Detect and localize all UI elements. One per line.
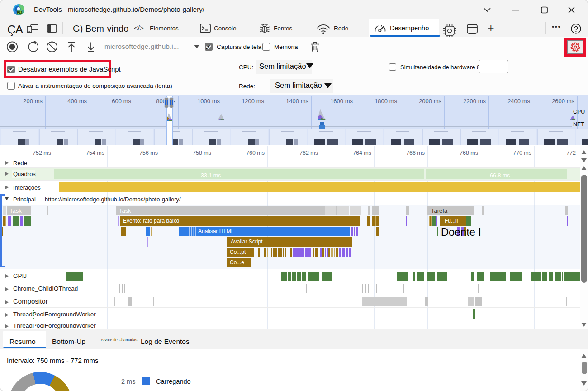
svg-text:F12: F12 — [17, 11, 22, 14]
